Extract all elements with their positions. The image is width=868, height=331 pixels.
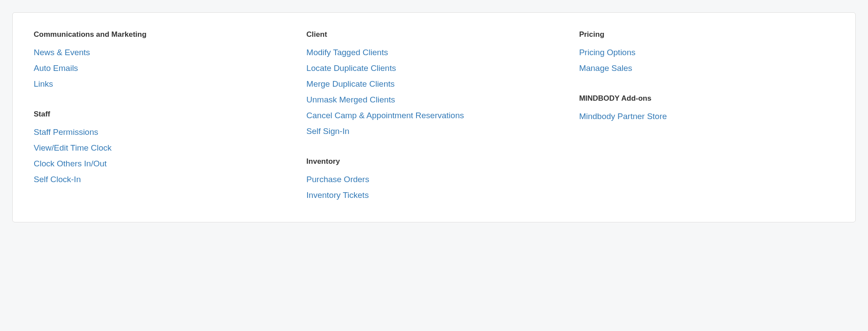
- link-item: Auto Emails: [34, 63, 289, 73]
- link-item: Unmask Merged Clients: [306, 95, 561, 105]
- link-item: Staff Permissions: [34, 127, 289, 137]
- link-item: News & Events: [34, 48, 289, 57]
- section-title-client: Client: [306, 30, 561, 39]
- settings-panel: Communications and MarketingNews & Event…: [12, 12, 856, 222]
- link-cancel-camp-appointment-reservations[interactable]: Cancel Camp & Appointment Reservations: [306, 111, 464, 120]
- section-mindbody-addons: MINDBODY Add-onsMindbody Partner Store: [579, 94, 834, 121]
- link-list: Pricing OptionsManage Sales: [579, 48, 834, 73]
- section-client: ClientModify Tagged ClientsLocate Duplic…: [306, 30, 561, 136]
- link-item: Locate Duplicate Clients: [306, 63, 561, 73]
- link-item: Clock Others In/Out: [34, 159, 289, 169]
- link-inventory-tickets[interactable]: Inventory Tickets: [306, 190, 369, 200]
- link-item: Modify Tagged Clients: [306, 48, 561, 57]
- section-title-communications-and-marketing: Communications and Marketing: [34, 30, 289, 39]
- link-item: Cancel Camp & Appointment Reservations: [306, 111, 561, 120]
- column: PricingPricing OptionsManage SalesMINDBO…: [579, 30, 834, 200]
- link-self-clock-in[interactable]: Self Clock-In: [34, 175, 81, 184]
- section-title-inventory: Inventory: [306, 157, 561, 166]
- link-mindbody-partner-store[interactable]: Mindbody Partner Store: [579, 112, 667, 121]
- link-item: Inventory Tickets: [306, 190, 561, 200]
- link-unmask-merged-clients[interactable]: Unmask Merged Clients: [306, 95, 395, 104]
- link-view-edit-time-clock[interactable]: View/Edit Time Clock: [34, 143, 112, 152]
- section-staff: StaffStaff PermissionsView/Edit Time Clo…: [34, 110, 289, 184]
- link-list: Staff PermissionsView/Edit Time ClockClo…: [34, 127, 289, 184]
- section-communications-and-marketing: Communications and MarketingNews & Event…: [34, 30, 289, 89]
- link-item: Links: [34, 79, 289, 89]
- link-staff-permissions[interactable]: Staff Permissions: [34, 127, 98, 137]
- section-pricing: PricingPricing OptionsManage Sales: [579, 30, 834, 73]
- link-locate-duplicate-clients[interactable]: Locate Duplicate Clients: [306, 63, 396, 73]
- column: ClientModify Tagged ClientsLocate Duplic…: [306, 30, 561, 200]
- section-inventory: InventoryPurchase OrdersInventory Ticket…: [306, 157, 561, 200]
- link-item: Merge Duplicate Clients: [306, 79, 561, 89]
- link-item: Pricing Options: [579, 48, 834, 57]
- link-item: Self Sign-In: [306, 127, 561, 136]
- link-item: Mindbody Partner Store: [579, 112, 834, 121]
- section-title-mindbody-addons: MINDBODY Add-ons: [579, 94, 834, 103]
- link-item: View/Edit Time Clock: [34, 143, 289, 153]
- link-item: Self Clock-In: [34, 175, 289, 184]
- link-purchase-orders[interactable]: Purchase Orders: [306, 175, 369, 184]
- section-title-pricing: Pricing: [579, 30, 834, 39]
- link-item: Manage Sales: [579, 63, 834, 73]
- link-auto-emails[interactable]: Auto Emails: [34, 63, 78, 73]
- link-list: Modify Tagged ClientsLocate Duplicate Cl…: [306, 48, 561, 136]
- link-links[interactable]: Links: [34, 79, 53, 88]
- link-manage-sales[interactable]: Manage Sales: [579, 63, 632, 73]
- section-title-staff: Staff: [34, 110, 289, 119]
- link-news-and-events[interactable]: News & Events: [34, 48, 90, 57]
- link-modify-tagged-clients[interactable]: Modify Tagged Clients: [306, 48, 388, 57]
- link-pricing-options[interactable]: Pricing Options: [579, 48, 636, 57]
- link-list: Purchase OrdersInventory Tickets: [306, 175, 561, 200]
- link-self-sign-in[interactable]: Self Sign-In: [306, 127, 349, 136]
- link-merge-duplicate-clients[interactable]: Merge Duplicate Clients: [306, 79, 395, 88]
- link-clock-others-in-out[interactable]: Clock Others In/Out: [34, 159, 107, 168]
- link-list: Mindbody Partner Store: [579, 112, 834, 121]
- link-item: Purchase Orders: [306, 175, 561, 184]
- link-list: News & EventsAuto EmailsLinks: [34, 48, 289, 89]
- column: Communications and MarketingNews & Event…: [34, 30, 289, 200]
